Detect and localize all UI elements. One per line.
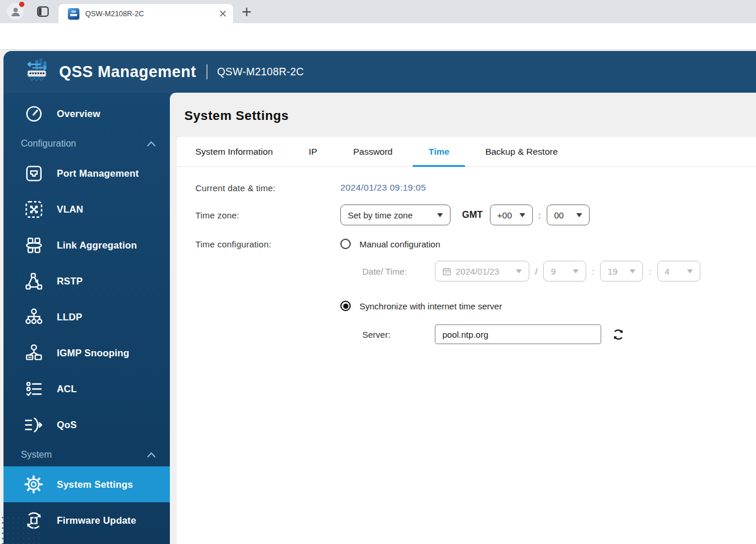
gear-icon <box>23 474 44 494</box>
server-label: Server: <box>362 330 435 339</box>
gmt-label: GMT <box>462 210 483 220</box>
sidebar-item-overview[interactable]: Overview <box>3 96 170 132</box>
app-header: QSS Management QSW-M2108R-2C <box>3 51 756 93</box>
caret-down-icon <box>630 269 635 273</box>
sidebar-item-port-management[interactable]: Port Management <box>3 155 170 191</box>
current-datetime-label: Current date & time: <box>195 183 340 193</box>
date-select[interactable]: 2024/01/23 <box>435 261 529 282</box>
app-shell: QSS Management QSW-M2108R-2C Overview Co… <box>3 51 756 544</box>
manual-configuration-radio[interactable] <box>340 239 351 249</box>
timezone-label: Time zone: <box>195 210 340 220</box>
manual-configuration-label: Manual configuration <box>359 239 440 249</box>
browser-tab-strip: QSW-M2108R-2C <box>0 0 756 23</box>
page-title: System Settings <box>184 108 289 123</box>
colon-separator: : <box>539 210 541 220</box>
caret-down-icon <box>573 269 579 273</box>
qss-logo-icon <box>23 59 51 85</box>
qos-icon <box>23 415 44 435</box>
tab-bar: System Information IP Password Time Back… <box>177 137 756 167</box>
link-aggregation-icon <box>23 236 44 255</box>
sidebar-section-configuration[interactable]: Configuration <box>3 132 170 155</box>
current-datetime-row: Current date & time: 2024/01/23 09:19:05 <box>195 176 756 199</box>
port-icon <box>23 164 44 183</box>
hour-select[interactable]: 9 <box>543 261 586 282</box>
workspaces-icon[interactable] <box>37 5 49 18</box>
tab-backup-restore[interactable]: Backup & Restore <box>485 137 558 166</box>
timezone-row: Time zone: Set by time zone GMT +00 : 0 <box>195 199 756 231</box>
colon-separator: : <box>649 266 651 276</box>
server-row: Server: <box>195 321 756 348</box>
tab-ip[interactable]: IP <box>309 137 318 166</box>
sync-time-server-label: Synchronize with internet time server <box>359 301 502 311</box>
sidebar-item-lldp[interactable]: LLDP <box>3 299 170 335</box>
date-time-label: Date/ Time: <box>362 266 435 276</box>
gmt-offset-minutes-select[interactable]: 00 <box>547 205 590 225</box>
sync-option-row: Synchronize with internet time server <box>195 294 756 317</box>
browser-tab[interactable]: QSW-M2108R-2C <box>59 4 233 23</box>
sidebar: Overview Configuration Port Management V… <box>3 93 170 544</box>
time-configuration-row: Time configuration: Manual configuration <box>195 232 756 256</box>
tab-close-icon[interactable] <box>220 10 226 17</box>
decorative-dot-pattern <box>0 515 42 544</box>
qss-favicon <box>68 8 79 20</box>
chevron-up-icon <box>147 452 156 458</box>
time-settings-form: Current date & time: 2024/01/23 09:19:05… <box>177 167 756 348</box>
caret-down-icon <box>516 269 522 273</box>
app-viewport: QSS Management QSW-M2108R-2C Overview Co… <box>0 50 756 544</box>
timezone-select[interactable]: Set by time zone <box>340 205 450 225</box>
sync-now-button[interactable] <box>612 328 625 341</box>
sidebar-item-link-aggregation[interactable]: Link Aggregation <box>3 227 170 263</box>
caret-down-icon <box>519 213 525 217</box>
tab-system-information[interactable]: System Information <box>195 137 273 166</box>
caret-down-icon <box>687 269 693 273</box>
main-content: System Settings System Information IP Pa… <box>170 93 756 544</box>
caret-down-icon <box>437 213 443 217</box>
app-title: QSS Management <box>59 63 197 81</box>
user-avatar-icon <box>10 6 21 17</box>
gauge-icon <box>23 104 44 123</box>
sidebar-item-qos[interactable]: QoS <box>3 407 170 443</box>
manual-datetime-row: Date/ Time: 2024/01/23 <box>195 256 756 286</box>
vlan-icon <box>23 200 44 219</box>
new-tab-icon[interactable] <box>242 8 251 16</box>
browser-tab-title: QSW-M2108R-2C <box>85 10 220 18</box>
sync-time-server-radio[interactable] <box>340 301 351 311</box>
settings-card: System Information IP Password Time Back… <box>177 137 756 544</box>
device-name: QSW-M2108R-2C <box>217 66 304 78</box>
sidebar-item-vlan[interactable]: VLAN <box>3 191 170 227</box>
current-datetime-value: 2024/01/23 09:19:05 <box>340 182 426 193</box>
tab-time[interactable]: Time <box>428 137 449 166</box>
colon-separator: : <box>592 266 594 276</box>
sidebar-item-igmp-snooping[interactable]: IGMP Snooping <box>3 335 170 371</box>
ntp-server-input[interactable] <box>435 324 601 344</box>
acl-icon <box>23 379 44 399</box>
tab-password[interactable]: Password <box>353 137 392 166</box>
rstp-icon <box>23 272 44 291</box>
lldp-icon <box>23 308 44 327</box>
browser-toolbar: Nicht sicher https://169.254.100.101/#/s… <box>0 23 756 50</box>
sidebar-item-rstp[interactable]: RSTP <box>3 263 170 299</box>
second-select[interactable]: 4 <box>657 261 700 282</box>
slash-separator: / <box>535 266 537 276</box>
time-configuration-label: Time configuration: <box>195 239 340 249</box>
title-divider <box>206 64 208 79</box>
sidebar-item-acl[interactable]: ACL <box>3 371 170 407</box>
minute-select[interactable]: 19 <box>600 261 643 282</box>
igmp-icon <box>23 344 44 363</box>
chevron-up-icon <box>147 141 156 147</box>
calendar-icon <box>442 267 451 276</box>
sidebar-section-system[interactable]: System <box>3 443 170 466</box>
refresh-icon <box>612 328 625 341</box>
sidebar-item-system-settings[interactable]: System Settings <box>3 466 170 502</box>
caret-down-icon <box>576 213 582 217</box>
profile-notification-dot <box>19 2 24 7</box>
gmt-offset-hours-select[interactable]: +00 <box>490 205 533 225</box>
